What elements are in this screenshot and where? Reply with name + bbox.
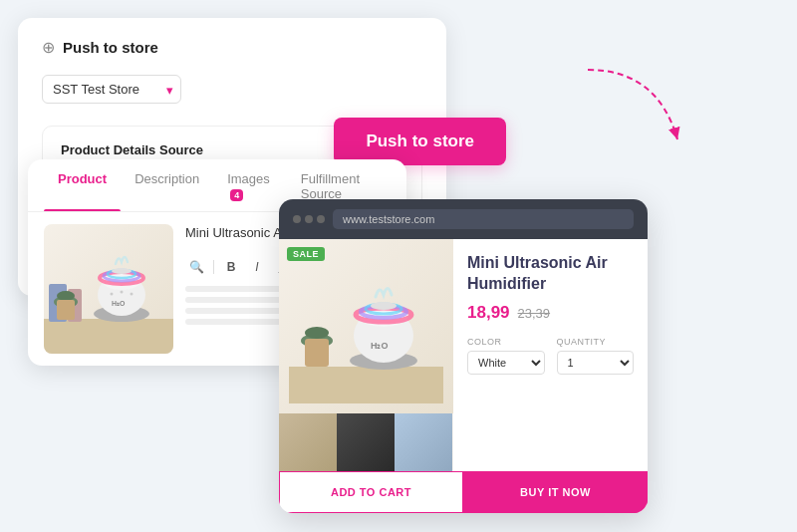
push-to-store-button[interactable]: Push to store: [334, 118, 506, 165]
thumbnail-row: [279, 413, 453, 471]
svg-point-14: [111, 293, 114, 296]
store-select[interactable]: SST Test Store: [42, 75, 181, 104]
thumbnail-1[interactable]: [279, 413, 337, 471]
product-image: H₂O: [44, 224, 173, 354]
sale-badge: SALE: [287, 247, 325, 261]
browser-dot-3: [317, 215, 325, 223]
color-label: COLOR: [467, 337, 545, 347]
quantity-label: QUANTITY: [557, 337, 635, 347]
tab-images[interactable]: Images 4: [213, 159, 287, 211]
panel-header: ⊕ Push to store: [42, 38, 422, 57]
dashed-arrow: [578, 60, 697, 159]
browser-url: www.teststore.com: [333, 209, 634, 229]
toolbar-divider-1: [213, 260, 214, 274]
store-product-details: Mini Ultrasonic Air Humidifier 18,99 23,…: [453, 239, 648, 471]
store-attr-quantity: QUANTITY 1 2 3: [557, 337, 635, 375]
browser-dot-1: [293, 215, 301, 223]
svg-point-27: [371, 302, 397, 310]
store-product-body: SALE: [279, 239, 648, 471]
svg-text:H₂O: H₂O: [112, 300, 126, 307]
color-select[interactable]: White: [467, 351, 545, 375]
browser-dots: [293, 215, 325, 223]
svg-point-19: [305, 327, 329, 339]
add-to-cart-button[interactable]: ADD TO CART: [279, 471, 463, 513]
svg-point-16: [131, 293, 133, 296]
browser-dot-2: [305, 215, 313, 223]
store-attr-row: COLOR White QUANTITY 1 2 3: [467, 337, 634, 375]
store-humidifier-svg: H₂O: [289, 249, 443, 403]
panel-title: Push to store: [63, 39, 158, 56]
thumbnail-3[interactable]: [395, 413, 452, 471]
thumbnail-2[interactable]: [337, 413, 395, 471]
svg-text:H₂O: H₂O: [371, 341, 389, 351]
buy-now-button[interactable]: BUY IT NOW: [463, 471, 648, 513]
store-buttons: ADD TO CART BUY IT NOW: [279, 471, 648, 513]
store-browser-panel: www.teststore.com SALE: [279, 199, 648, 513]
italic-button[interactable]: I: [246, 256, 268, 278]
browser-bar: www.teststore.com: [279, 199, 648, 239]
store-attr-color: COLOR White: [467, 337, 545, 375]
svg-rect-0: [44, 319, 173, 354]
svg-point-12: [112, 268, 132, 274]
svg-point-4: [57, 291, 75, 301]
main-product-image: SALE: [279, 239, 453, 413]
globe-icon: ⊕: [42, 38, 55, 57]
store-product-title: Mini Ultrasonic Air Humidifier: [467, 253, 634, 295]
quantity-select[interactable]: 1 2 3: [557, 351, 635, 375]
store-price-original: 23,39: [518, 306, 551, 321]
format-search-button[interactable]: 🔍: [185, 256, 207, 278]
bold-button[interactable]: B: [220, 256, 242, 278]
images-badge: 4: [230, 189, 243, 201]
store-select-row: SST Test Store: [42, 75, 422, 104]
humidifier-svg: H₂O: [44, 224, 173, 354]
svg-rect-5: [57, 300, 75, 320]
tab-product[interactable]: Product: [44, 159, 121, 211]
svg-rect-20: [305, 339, 329, 367]
store-price: 18,99: [467, 303, 510, 323]
store-product-images: SALE: [279, 239, 453, 471]
store-select-wrap[interactable]: SST Test Store: [42, 75, 181, 104]
svg-rect-17: [289, 367, 443, 403]
svg-point-15: [121, 291, 124, 294]
store-price-row: 18,99 23,39: [467, 303, 634, 323]
tab-description[interactable]: Description: [121, 159, 213, 211]
